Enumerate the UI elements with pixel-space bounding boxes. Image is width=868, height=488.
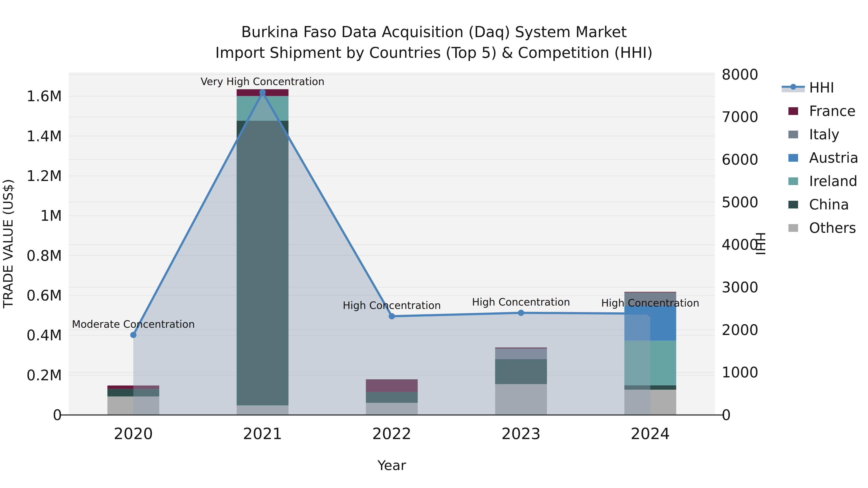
y-axis-tick-right: 3000 — [722, 279, 758, 296]
x-axis-tick-2021: 2021 — [243, 425, 282, 443]
legend: HHIFranceItalyAustriaIrelandChinaOthers — [781, 81, 859, 234]
legend-swatch-ireland — [781, 177, 805, 185]
y-axis-tick-left: 0.6M — [27, 287, 62, 304]
y-axis-tick-right: 5000 — [722, 194, 758, 210]
x-axis-tick-2024: 2024 — [631, 425, 670, 443]
legend-swatch-france — [781, 107, 805, 115]
legend-item-france[interactable]: France — [781, 104, 859, 118]
hhi-line-icon — [781, 82, 805, 94]
y-axis-tick-right: 1000 — [722, 364, 758, 381]
y-axis-tick-right: 8000 — [722, 66, 758, 83]
hhi-point-2023[interactable] — [518, 310, 524, 316]
y-axis-tick-left: 0.8M — [27, 247, 62, 264]
y-axis-tick-left: 0.2M — [27, 367, 62, 384]
legend-item-others[interactable]: Others — [781, 221, 859, 234]
y-axis-tick-right: 0 — [722, 406, 731, 423]
annotation-2022: High Concentration — [343, 299, 441, 311]
legend-item-hhi[interactable]: HHI — [781, 81, 859, 94]
legend-label-austria: Austria — [809, 150, 859, 166]
legend-item-italy[interactable]: Italy — [781, 128, 859, 141]
y-axis-tick-left: 1.6M — [27, 88, 62, 105]
x-axis-tick-2022: 2022 — [372, 425, 411, 443]
y-axis-tick-left: 1M — [40, 207, 62, 224]
figure: Burkina Faso Data Acquisition (Daq) Syst… — [0, 0, 868, 488]
y-axis-tick-left: 1.2M — [27, 167, 62, 184]
legend-swatch-china — [781, 201, 805, 208]
annotation-2021: Very High Concentration — [200, 76, 324, 88]
legend-item-ireland[interactable]: Ireland — [781, 174, 859, 188]
hhi-point-2021[interactable] — [259, 89, 266, 95]
legend-label-hhi: HHI — [809, 79, 834, 96]
x-axis-tick-2020: 2020 — [114, 425, 153, 443]
annotation-2020: Moderate Concentration — [72, 318, 195, 330]
x-axis-label: Year — [377, 457, 406, 473]
x-axis-tick-2023: 2023 — [501, 425, 541, 443]
legend-swatch-others — [781, 224, 805, 232]
y-axis-label-right: HHI — [753, 232, 768, 255]
legend-label-china: China — [809, 196, 849, 213]
legend-label-ireland: Ireland — [809, 173, 858, 189]
legend-item-austria[interactable]: Austria — [781, 151, 859, 164]
legend-swatch-italy — [781, 131, 805, 138]
y-axis-label-left: TRADE VALUE (US$) — [0, 179, 16, 308]
bar-2024-france[interactable] — [624, 292, 676, 292]
annotation-2024: High Concentration — [601, 297, 700, 309]
y-axis-tick-right: 6000 — [722, 151, 758, 168]
hhi-point-2020[interactable] — [130, 332, 136, 338]
legend-item-china[interactable]: China — [781, 198, 859, 211]
hhi-point-2024[interactable] — [647, 311, 653, 317]
y-axis-tick-left: 1.4M — [27, 128, 62, 144]
legend-label-france: France — [809, 103, 856, 119]
legend-swatch-austria — [781, 154, 805, 162]
hhi-point-2022[interactable] — [389, 313, 395, 319]
legend-label-italy: Italy — [809, 126, 840, 143]
y-axis-tick-right: 7000 — [722, 108, 758, 125]
chart: Moderate ConcentrationVery High Concentr… — [0, 0, 868, 488]
y-axis-tick-right: 2000 — [722, 322, 758, 338]
y-axis-tick-left: 0.4M — [27, 327, 62, 344]
legend-label-others: Others — [809, 220, 856, 236]
annotation-2023: High Concentration — [472, 296, 570, 308]
y-axis-tick-left: 0 — [53, 406, 62, 423]
